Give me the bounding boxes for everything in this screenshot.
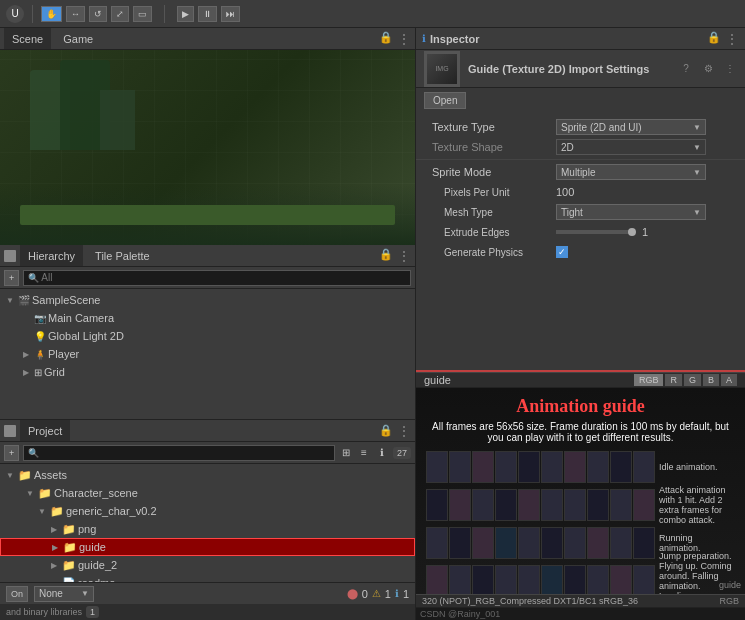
on-toggle[interactable]: On [6, 586, 28, 602]
hierarchy-dots-icon[interactable]: ⋮ [397, 248, 411, 264]
generic-char-folder[interactable]: ▼ 📁 generic_char_v0.2 [0, 502, 415, 520]
guide2-folder[interactable]: ▶ 📁 guide_2 [0, 556, 415, 574]
texture-shape-value[interactable]: 2D ▼ [556, 139, 737, 155]
step-btn[interactable]: ⏭ [221, 6, 240, 22]
assets-arrow: ▼ [4, 469, 16, 481]
inspector-help-icon[interactable]: ? [679, 62, 693, 76]
guide-title: Animation guide [426, 396, 735, 417]
info-count: 1 [403, 588, 409, 600]
open-button[interactable]: Open [424, 92, 466, 109]
inspector-settings-icon[interactable]: ⚙ [701, 62, 715, 76]
mesh-type-dropdown[interactable]: Tight ▼ [556, 204, 706, 220]
project-search-input[interactable] [41, 447, 330, 458]
g-tab[interactable]: G [684, 374, 701, 386]
r10 [633, 527, 655, 559]
scene-tab-label: Scene [12, 33, 43, 45]
sprite-mode-value[interactable]: Multiple ▼ [556, 164, 737, 180]
texture-thumbnail: IMG [424, 51, 460, 87]
j5 [518, 565, 540, 594]
guide-content: Animation guide All frames are 56x56 siz… [416, 388, 745, 594]
texture-shape-dropdown[interactable]: 2D ▼ [556, 139, 706, 155]
guide-row-idle: Idle animation. [426, 449, 735, 485]
scale-tool[interactable]: ⤢ [111, 6, 129, 22]
pixels-value[interactable]: 100 [556, 186, 737, 198]
a-tab[interactable]: A [721, 374, 737, 386]
inspector-dots-icon[interactable]: ⋮ [725, 31, 739, 47]
inspector-lock-icon[interactable]: 🔒 [707, 31, 721, 45]
csdn-bar: CSDN @Rainy_001 [416, 607, 745, 620]
hierarchy-scene-item[interactable]: ▼ 🎬 SampleScene [0, 291, 415, 309]
project-tab[interactable]: Project [20, 420, 70, 441]
guide-folder[interactable]: ▶ 📁 guide [0, 538, 415, 556]
game-tab-label: Game [63, 33, 93, 45]
guide-tab-label[interactable]: guide [424, 374, 451, 386]
move-tool[interactable]: ↔ [66, 6, 85, 22]
texture-type-dropdown[interactable]: Sprite (2D and UI) ▼ [556, 119, 706, 135]
inspector-more-icon[interactable]: ⋮ [723, 62, 737, 76]
hierarchy-search-input[interactable] [41, 272, 406, 283]
gen-physics-checkbox[interactable]: ✓ [556, 246, 568, 258]
guide-subtitle: All frames are 56x56 size. Frame duratio… [426, 421, 735, 443]
texture-shape-row: Texture Shape 2D ▼ [416, 137, 745, 157]
attack-label: Attack animation with 1 hit. Add 2 extra… [659, 485, 735, 525]
play-btn[interactable]: ▶ [177, 6, 194, 22]
sprite-mode-dropdown[interactable]: Multiple ▼ [556, 164, 706, 180]
hierarchy-create-btn[interactable]: + [4, 270, 19, 286]
project-sort-icon[interactable]: ≡ [357, 446, 371, 460]
hierarchy-panel: Hierarchy Tile Palette 🔒 ⋮ + 🔍 [0, 245, 415, 420]
r3 [472, 527, 494, 559]
guide-name-overlay: guide [719, 580, 741, 590]
inspector-panel-label[interactable]: Inspector [430, 33, 480, 45]
png-folder[interactable]: ▶ 📁 png [0, 520, 415, 538]
grid-item[interactable]: ▶ ⊞ Grid [0, 363, 415, 381]
project-lock-icon[interactable]: 🔒 [379, 424, 393, 438]
readme-file[interactable]: 📄 readme [0, 574, 415, 582]
hierarchy-lock-icon[interactable]: 🔒 [379, 248, 393, 262]
rotate-tool[interactable]: ↺ [89, 6, 107, 22]
gen-physics-value[interactable]: ✓ [556, 246, 737, 258]
extrude-fill [556, 230, 632, 234]
mesh-type-value[interactable]: Tight ▼ [556, 204, 737, 220]
unity-logo: U [6, 5, 24, 23]
rect-tool[interactable]: ▭ [133, 6, 152, 22]
texture-type-value[interactable]: Sprite (2D and UI) ▼ [556, 119, 737, 135]
r-tab[interactable]: R [665, 374, 682, 386]
main-camera-item[interactable]: 📷 Main Camera [0, 309, 415, 327]
scene-lock-icon[interactable]: 🔒 [379, 31, 393, 45]
project-info-icon[interactable]: ℹ [375, 446, 389, 460]
guide-preview-area: Animation guide All frames are 56x56 siz… [416, 388, 745, 594]
tile-palette-tab[interactable]: Tile Palette [87, 245, 158, 266]
binary-badge: 1 [86, 606, 99, 618]
toolbar-divider [32, 5, 33, 23]
project-create-btn[interactable]: + [4, 445, 19, 461]
rgb-tabs: RGB R G B A [634, 374, 737, 386]
hierarchy-search-box[interactable]: 🔍 [23, 270, 411, 286]
rgb-tab[interactable]: RGB [634, 374, 664, 386]
extrude-slider[interactable]: 1 [556, 226, 737, 238]
b-tab[interactable]: B [703, 374, 719, 386]
project-dots-icon[interactable]: ⋮ [397, 423, 411, 439]
j8 [587, 565, 609, 594]
scene-dots-icon[interactable]: ⋮ [397, 31, 411, 47]
extrude-value[interactable]: 1 [556, 226, 737, 238]
hand-tool[interactable]: ✋ [41, 6, 62, 22]
sample-scene-icon: 🎬 [18, 295, 30, 306]
hierarchy-tab[interactable]: Hierarchy [20, 245, 83, 266]
global-light-item[interactable]: 💡 Global Light 2D [0, 327, 415, 345]
r5 [518, 527, 540, 559]
project-filter-icon[interactable]: ⊞ [339, 446, 353, 460]
character-scene-folder[interactable]: ▼ 📁 Character_scene [0, 484, 415, 502]
s5 [518, 451, 540, 483]
none-dropdown[interactable]: None ▼ [34, 586, 94, 602]
pause-btn[interactable]: ⏸ [198, 6, 217, 22]
r2 [449, 527, 471, 559]
extrude-thumb[interactable] [628, 228, 636, 236]
pixels-label: Pixels Per Unit [432, 187, 552, 198]
assets-root[interactable]: ▼ 📁 Assets [0, 466, 415, 484]
game-tab[interactable]: Game [55, 28, 101, 49]
project-search-box[interactable]: 🔍 [23, 445, 335, 461]
player-item[interactable]: ▶ 🧍 Player [0, 345, 415, 363]
scene-tab[interactable]: Scene [4, 28, 51, 49]
gen-physics-row: Generate Physics ✓ [416, 242, 745, 262]
global-light-label: Global Light 2D [48, 330, 124, 342]
